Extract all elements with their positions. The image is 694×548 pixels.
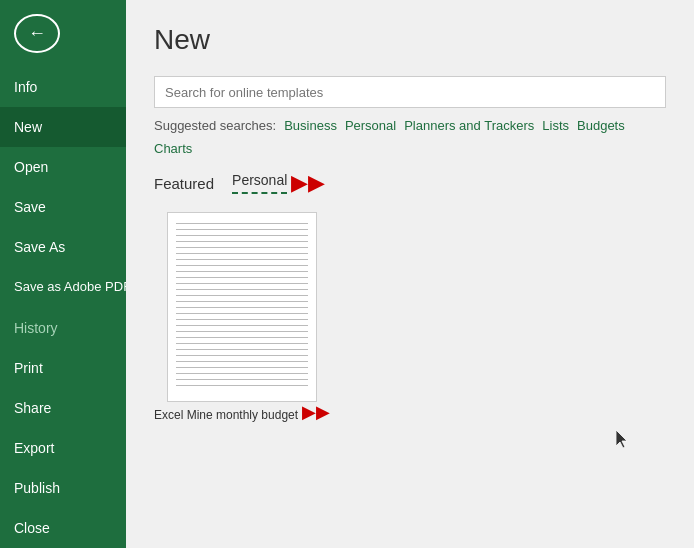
template-line (176, 337, 308, 338)
template-line (176, 355, 308, 356)
back-button[interactable]: ← (14, 14, 60, 53)
template-line (176, 271, 308, 272)
template-line (176, 307, 308, 308)
template-line (176, 343, 308, 344)
sidebar-item-close[interactable]: Close (0, 508, 126, 548)
template-line (176, 331, 308, 332)
sidebar-item-save-as-adobe[interactable]: Save as Adobe PDF (0, 267, 126, 308)
sidebar-item-open[interactable]: Open (0, 147, 126, 187)
template-preview (167, 212, 317, 402)
template-line (176, 313, 308, 314)
suggested-link-charts[interactable]: Charts (154, 141, 192, 156)
sidebar-item-new[interactable]: New (0, 107, 126, 147)
template-name: Excel Mine monthly budget (154, 408, 298, 422)
sidebar-item-share[interactable]: Share (0, 388, 126, 428)
back-icon: ← (28, 23, 46, 44)
template-card[interactable]: Excel Mine monthly budget ▶▶ (154, 212, 330, 422)
main-content: New Suggested searches: Business Persona… (126, 0, 694, 548)
suggested-searches: Suggested searches: Business Personal Pl… (154, 118, 666, 156)
template-line (176, 325, 308, 326)
featured-arrow: Personal ▶▶ (232, 172, 325, 194)
template-line (176, 241, 308, 242)
template-line (176, 289, 308, 290)
sidebar: ← Info New Open Save Save As Save as Ado… (0, 0, 126, 548)
template-line (176, 385, 308, 386)
template-line (176, 295, 308, 296)
sidebar-item-publish[interactable]: Publish (0, 468, 126, 508)
template-line (176, 361, 308, 362)
template-line (176, 349, 308, 350)
sidebar-item-save-as[interactable]: Save As (0, 227, 126, 267)
tabs-row: Featured Personal ▶▶ (154, 172, 666, 194)
template-line (176, 367, 308, 368)
sidebar-item-save[interactable]: Save (0, 187, 126, 227)
template-line (176, 247, 308, 248)
red-arrow-template: ▶▶ (302, 403, 330, 421)
template-line (176, 301, 308, 302)
suggested-link-lists[interactable]: Lists (542, 118, 569, 133)
tab-personal[interactable]: Personal (232, 172, 287, 194)
featured-label: Featured (154, 175, 214, 192)
mouse-cursor (616, 430, 630, 448)
template-line (176, 373, 308, 374)
template-line (176, 265, 308, 266)
sidebar-item-export[interactable]: Export (0, 428, 126, 468)
template-line (176, 235, 308, 236)
suggested-link-planners[interactable]: Planners and Trackers (404, 118, 534, 133)
template-line (176, 223, 308, 224)
template-name-container: Excel Mine monthly budget ▶▶ (154, 402, 330, 422)
template-line (176, 253, 308, 254)
page-title: New (154, 24, 666, 56)
template-line (176, 229, 308, 230)
template-line (176, 259, 308, 260)
template-line (176, 283, 308, 284)
sidebar-item-print[interactable]: Print (0, 348, 126, 388)
red-arrow-tab: ▶▶ (291, 172, 325, 194)
suggested-link-budgets[interactable]: Budgets (577, 118, 625, 133)
suggested-link-business[interactable]: Business (284, 118, 337, 133)
suggested-label: Suggested searches: (154, 118, 276, 133)
templates-grid: Excel Mine monthly budget ▶▶ (154, 212, 666, 422)
search-input[interactable] (154, 76, 666, 108)
suggested-link-personal[interactable]: Personal (345, 118, 396, 133)
sidebar-item-history[interactable]: History (0, 308, 126, 348)
template-line (176, 319, 308, 320)
template-line (176, 277, 308, 278)
template-line (176, 379, 308, 380)
sidebar-item-info[interactable]: Info (0, 67, 126, 107)
